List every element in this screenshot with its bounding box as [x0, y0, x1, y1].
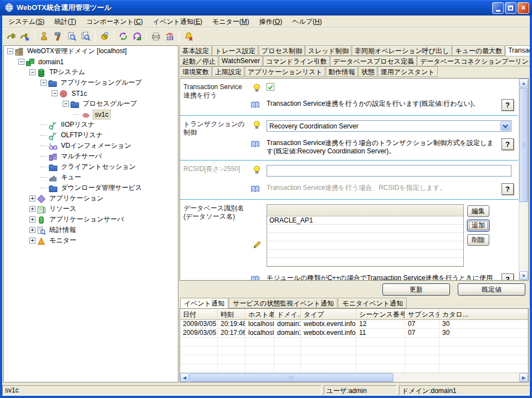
column-header-7[interactable]: サブシステ... — [405, 309, 439, 319]
table-row[interactable]: 2009/03/0520:17:06localhostdomain1webotx… — [180, 329, 528, 338]
event-tab-イベント通知[interactable]: イベント通知 — [180, 298, 228, 308]
expand-icon[interactable]: + — [29, 216, 35, 223]
scrollbar-thumb[interactable] — [519, 88, 528, 202]
event-horizontal-scrollbar[interactable]: ◀ ▶ — [180, 373, 528, 382]
tab--[interactable]: コマンドライン引数 — [263, 56, 330, 66]
tab--[interactable]: データベースコネクションプーリング — [417, 56, 530, 66]
tab--[interactable]: 上限設定 — [212, 66, 244, 77]
toolbar-connect-icon[interactable] — [4, 29, 18, 43]
collapse-icon[interactable]: − — [18, 59, 24, 65]
tree-item-iiop-[interactable]: IIOPリスナ — [4, 120, 178, 130]
tree-item--[interactable]: +アプリケーションサーバ — [4, 214, 178, 225]
expand-icon[interactable]: + — [29, 206, 35, 212]
update-button[interactable]: 更新 — [382, 283, 450, 296]
list-button-編集[interactable]: 編集 — [467, 205, 489, 217]
toolbar-view-documents-icon[interactable] — [79, 29, 93, 43]
tab--[interactable]: データベースプロセス定義 — [330, 56, 417, 66]
tab--[interactable]: 状態 — [359, 66, 377, 77]
toolbar-bee-icon[interactable] — [98, 29, 111, 43]
tab--[interactable]: 動作情報 — [326, 66, 358, 77]
scrollbar-thumb[interactable] — [190, 373, 393, 382]
menu-item-6[interactable]: 操作(O) — [254, 15, 287, 28]
tree-item-olftp-[interactable]: OLFTPリスナ — [4, 130, 178, 141]
tree-item--[interactable]: マルチサーバ — [4, 151, 178, 162]
close-button[interactable]: × — [518, 2, 529, 14]
toolbar-disconnect-icon[interactable] — [18, 29, 32, 43]
tab--[interactable]: スレッド制御 — [305, 45, 351, 56]
tab--[interactable]: トレース設定 — [212, 45, 258, 56]
table-row[interactable]: 2009/03/0520:19:48localhostdomain1webotx… — [180, 320, 528, 329]
tree-item-tp-[interactable]: −TPシステム — [4, 67, 178, 77]
help-button[interactable]: ? — [502, 183, 514, 195]
list-button-削除[interactable]: 削除 — [467, 234, 489, 246]
list-item[interactable]: ORACLE_AP1 — [267, 216, 463, 225]
tab--[interactable]: キューの最大数 — [452, 45, 505, 56]
tab--[interactable]: 運用アシスタント — [378, 66, 438, 77]
toolbar-open-log-icon[interactable] — [149, 29, 163, 43]
menu-item-3[interactable]: コンポーネント(C) — [81, 15, 147, 28]
event-tab-サービスの状態監視イベント通知[interactable]: サービスの状態監視イベント通知 — [229, 298, 337, 308]
chevron-down-icon[interactable] — [500, 121, 510, 131]
db-id-names-list[interactable]: ORACLE_AP1 — [267, 204, 464, 267]
column-header-4[interactable]: ドメイ... — [274, 309, 301, 319]
tree-item--[interactable]: +リソース — [4, 204, 178, 214]
column-header-2[interactable]: 時刻 — [218, 309, 245, 319]
help-button[interactable]: ? — [502, 99, 514, 111]
help-button[interactable]: ? — [502, 273, 514, 280]
collapse-icon[interactable]: − — [63, 101, 69, 107]
toolbar-alarm-icon[interactable] — [182, 29, 196, 43]
tree-item--[interactable]: +統計情報 — [4, 225, 178, 235]
column-header-6[interactable]: シーケンス番号 — [356, 309, 405, 319]
title-bar[interactable]: WebOTX統合運用管理ツール × — [0, 0, 532, 15]
tree-item--[interactable]: +モニター — [4, 235, 178, 246]
tree-item--[interactable]: +アプリケーション — [4, 193, 178, 204]
rcsid-input[interactable] — [267, 165, 511, 177]
column-header-3[interactable]: ホスト名 — [245, 309, 274, 319]
tree-item--[interactable]: キュー — [4, 172, 178, 183]
tab--[interactable]: 環境変数 — [180, 66, 212, 77]
scroll-right-icon[interactable]: ▶ — [519, 373, 528, 382]
expand-icon[interactable]: + — [29, 195, 35, 201]
expand-icon[interactable]: + — [29, 237, 35, 244]
tree-item-sv1c[interactable]: sv1c — [4, 109, 178, 120]
menu-item-2[interactable]: 統計(T) — [49, 15, 81, 28]
toolbar-refresh-icon[interactable] — [130, 29, 144, 43]
toolbar-view-document-icon[interactable] — [65, 29, 79, 43]
minimize-button[interactable] — [492, 2, 504, 14]
collapse-icon[interactable]: − — [52, 90, 58, 96]
tree-item-domain1[interactable]: −domain1 — [4, 56, 178, 67]
toolbar-user-icon[interactable] — [37, 29, 51, 43]
scroll-left-icon[interactable]: ◀ — [180, 373, 189, 382]
toolbar-chart-icon[interactable] — [163, 29, 177, 43]
toolbar-sync-icon[interactable] — [116, 29, 130, 43]
tab--[interactable]: 起動／停止 — [180, 56, 218, 66]
menu-item-4[interactable]: イベント通知(E) — [148, 15, 207, 28]
scroll-down-icon[interactable]: ▼ — [519, 271, 528, 280]
column-header-1[interactable]: 日付 — [180, 309, 218, 319]
help-button[interactable]: ? — [502, 138, 514, 150]
tree-item--[interactable]: −プロセスグループ — [4, 99, 178, 109]
tx-link-checkbox[interactable] — [267, 83, 274, 91]
tab--[interactable]: 非同期オペレーション呼び出し — [352, 45, 452, 56]
menu-item-5[interactable]: モニター(M) — [207, 15, 254, 28]
maximize-button[interactable] — [505, 2, 516, 14]
collapse-icon[interactable]: − — [29, 69, 35, 75]
tab-transaction-service[interactable]: Transaction Service — [505, 45, 530, 56]
collapse-icon[interactable]: − — [40, 80, 47, 86]
tab--[interactable]: アプリケーションリスト — [245, 66, 325, 77]
defaults-button[interactable]: 既定値 — [458, 283, 525, 296]
column-header-8[interactable]: カタロ... — [439, 309, 528, 319]
event-tab-モニタイベント通知[interactable]: モニタイベント通知 — [338, 298, 407, 308]
tree-item-st1c[interactable]: −ST1c — [4, 88, 178, 99]
form-vertical-scrollbar[interactable]: ▲ ▼ — [519, 79, 528, 280]
menu-item-1[interactable]: システム(S) — [3, 15, 49, 28]
tree-item--[interactable]: ダウンローダ管理サービス — [4, 183, 178, 193]
menu-item-7[interactable]: ヘルプ(H) — [287, 15, 327, 28]
tree-item-vd-[interactable]: VDインフォメーション — [4, 141, 178, 151]
tx-control-select[interactable]: Recovery Coordination Server — [267, 120, 511, 132]
tab--[interactable]: 基本設定 — [180, 45, 212, 56]
tree-item--[interactable]: クライアントセッション — [4, 162, 178, 172]
tree-item-webotx-localhost-[interactable]: −WebOTX管理ドメイン [localhost] — [4, 46, 178, 56]
tree-item--[interactable]: −アプリケーショングループ — [4, 77, 178, 88]
collapse-icon[interactable]: − — [7, 48, 13, 54]
